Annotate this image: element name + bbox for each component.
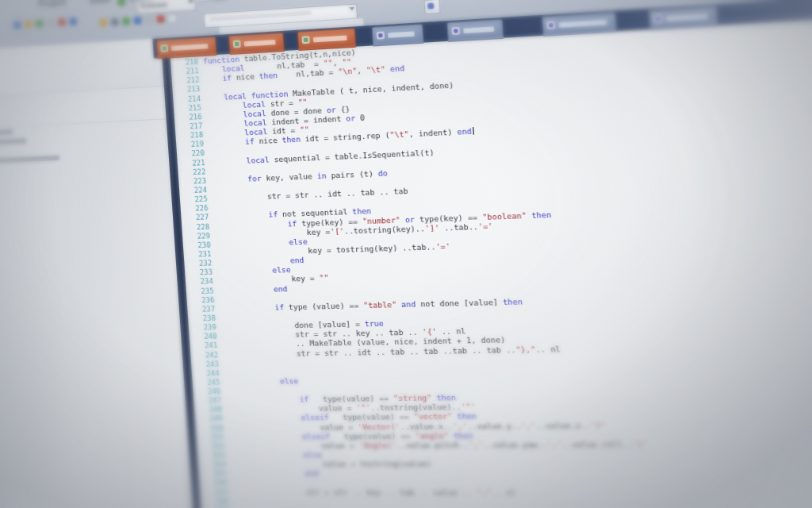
line-number: 241	[190, 341, 217, 351]
line-number: 243	[191, 360, 219, 369]
chevron-down-icon	[188, 0, 193, 4]
line-number: 248	[194, 406, 222, 415]
line-number: 233	[185, 268, 213, 278]
line-number: 245	[192, 378, 220, 387]
toolbar-icon[interactable]	[58, 18, 66, 26]
file-icon	[451, 27, 460, 35]
code-line[interactable]: str = str .. key .. tab .. value .. ",".…	[232, 488, 651, 498]
line-number: 258	[201, 497, 229, 506]
line-number: 239	[189, 323, 216, 333]
panel-item[interactable]	[0, 138, 26, 144]
code-line[interactable]: value = tostring(value)	[230, 460, 649, 470]
file-icon	[233, 40, 241, 48]
line-number: 257	[200, 488, 228, 498]
toolbar-icon[interactable]	[47, 19, 55, 27]
line-number: 220	[177, 149, 205, 160]
toolbar-icon[interactable]	[122, 17, 130, 25]
toolbar-icon[interactable]	[111, 18, 119, 26]
file-icon	[160, 44, 168, 52]
line-number: 228	[182, 222, 209, 233]
line-number: 238	[188, 314, 216, 323]
line-number: 236	[186, 295, 214, 305]
toolbar-icon[interactable]	[69, 17, 77, 25]
text-caret	[473, 127, 474, 135]
code-lines[interactable]: function table.ToString(t,n,nice) local …	[203, 33, 653, 508]
line-number: 234	[186, 277, 213, 287]
line-number: 227	[181, 214, 209, 224]
panel-header	[0, 38, 164, 97]
panel-divider	[0, 118, 167, 129]
platform-dropdown[interactable]	[193, 0, 232, 2]
document-tab[interactable]	[228, 33, 285, 55]
toolbar-icon[interactable]	[25, 21, 33, 29]
toolbar-icon[interactable]	[13, 21, 21, 29]
file-icon	[653, 14, 662, 23]
tab-label-bar	[558, 20, 607, 28]
toolbar-icon[interactable]	[157, 15, 165, 23]
tool-icon	[427, 3, 434, 10]
monitor-screen: Project Build Debug Release	[0, 0, 812, 508]
line-number: 240	[189, 333, 216, 342]
line-number: 255	[198, 470, 226, 479]
search-text-bar	[209, 10, 312, 21]
code-editor[interactable]: 2102112122132142152162172182192202212222…	[170, 0, 812, 508]
run-icon[interactable]	[117, 0, 125, 6]
panel-item[interactable]	[0, 129, 13, 135]
line-number: 242	[190, 351, 218, 360]
configuration-dropdown[interactable]: Release	[136, 0, 196, 14]
document-tab[interactable]	[372, 24, 424, 46]
line-number: 244	[192, 369, 220, 379]
tab-label-bar	[388, 31, 415, 37]
code-line[interactable]	[232, 479, 650, 488]
line-number: 251	[196, 433, 224, 442]
line-number: 250	[195, 424, 223, 433]
toolbar-button[interactable]	[423, 0, 440, 14]
tab-label-bar	[313, 36, 347, 43]
chevron-down-icon	[349, 7, 354, 11]
line-number: 229	[182, 232, 210, 242]
configuration-value: Release	[140, 0, 168, 10]
code-line[interactable]: end	[231, 469, 649, 479]
panel-item[interactable]	[0, 156, 59, 164]
tab-label-bar	[666, 13, 708, 21]
document-tab[interactable]	[649, 6, 718, 31]
toolbar-icon[interactable]	[134, 17, 142, 25]
tab-label-bar	[244, 40, 276, 47]
line-number: 252	[197, 442, 224, 452]
document-tab[interactable]	[297, 28, 357, 51]
line-number: 253	[197, 451, 225, 460]
line-number: 249	[194, 414, 222, 424]
line-number: 235	[186, 287, 213, 296]
menu-project[interactable]: Project	[38, 0, 66, 9]
line-number: 232	[184, 259, 212, 269]
toolbar-icon[interactable]	[168, 14, 176, 22]
line-number: 256	[199, 479, 227, 488]
tab-label-bar	[463, 26, 494, 33]
document-tab[interactable]	[446, 19, 504, 42]
line-number: 247	[193, 396, 221, 406]
line-number: 254	[197, 460, 225, 470]
menu-build[interactable]: Build	[90, 0, 110, 6]
toolbar-icon[interactable]	[36, 20, 44, 28]
document-tab[interactable]	[156, 37, 217, 59]
tab-label-bar	[171, 44, 209, 51]
toolbar-icon[interactable]	[99, 19, 107, 27]
toolbar-icon[interactable]	[145, 16, 153, 24]
file-icon	[546, 21, 555, 29]
line-number: 237	[187, 305, 215, 314]
line-number: 246	[193, 387, 220, 397]
file-icon	[377, 32, 385, 40]
code-line[interactable]: value = 'Angle('..value.pitch..','..valu…	[229, 440, 648, 451]
screen-photo: Project Build Debug Release	[0, 0, 812, 508]
file-icon	[301, 36, 309, 44]
